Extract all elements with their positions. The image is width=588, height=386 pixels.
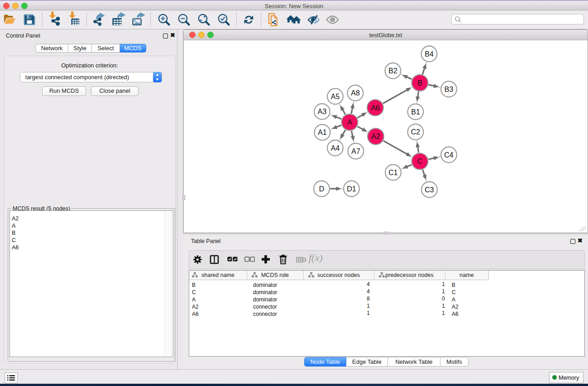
svg-text:D: D — [319, 185, 325, 193]
svg-text:A4: A4 — [331, 144, 340, 152]
svg-text:C3: C3 — [425, 186, 434, 194]
svg-text:C: C — [417, 157, 423, 165]
svg-text:A6: A6 — [371, 104, 380, 112]
svg-text:A8: A8 — [351, 89, 360, 97]
svg-text:A2: A2 — [371, 133, 380, 140]
svg-text:B4: B4 — [425, 50, 434, 58]
svg-text:B1: B1 — [411, 108, 420, 116]
svg-text:C2: C2 — [411, 128, 421, 136]
svg-text:A3: A3 — [318, 108, 327, 115]
svg-text:C4: C4 — [444, 151, 454, 159]
svg-text:D1: D1 — [347, 185, 356, 193]
svg-text:C1: C1 — [388, 169, 398, 176]
svg-text:A1: A1 — [318, 129, 327, 136]
svg-text:A5: A5 — [331, 93, 340, 100]
svg-text:B2: B2 — [388, 67, 397, 75]
svg-text:A: A — [347, 119, 352, 126]
svg-text:A7: A7 — [351, 148, 360, 155]
svg-text:B3: B3 — [445, 86, 454, 93]
svg-text:B: B — [417, 79, 422, 87]
